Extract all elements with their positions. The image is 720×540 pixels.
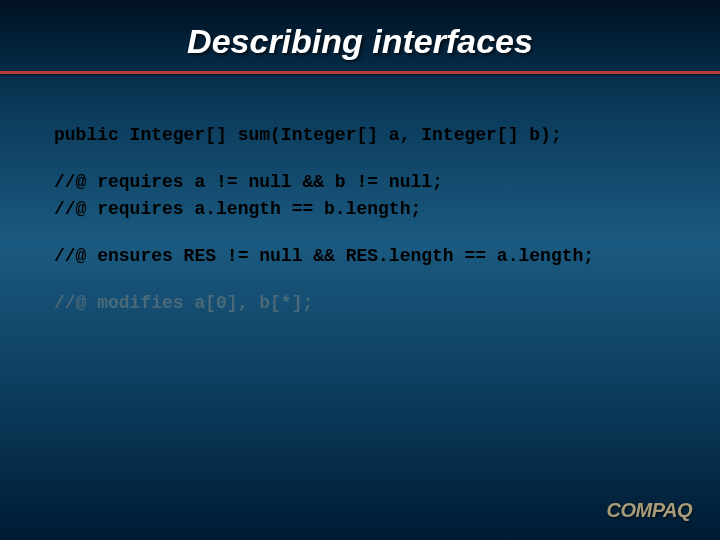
spacer: [54, 223, 666, 243]
slide-container: Describing interfaces public Integer[] s…: [0, 0, 720, 540]
code-requires-1: //@ requires a != null && b != null;: [54, 169, 666, 196]
code-modifies: //@ modifies a[0], b[*];: [54, 290, 666, 317]
code-requires-2: //@ requires a.length == b.length;: [54, 196, 666, 223]
code-block: public Integer[] sum(Integer[] a, Intege…: [0, 74, 720, 317]
code-ensures: //@ ensures RES != null && RES.length ==…: [54, 243, 666, 270]
spacer: [54, 149, 666, 169]
compaq-logo: COMPAQ: [606, 499, 692, 522]
slide-title: Describing interfaces: [0, 0, 720, 71]
spacer: [54, 270, 666, 290]
code-declaration: public Integer[] sum(Integer[] a, Intege…: [54, 122, 666, 149]
